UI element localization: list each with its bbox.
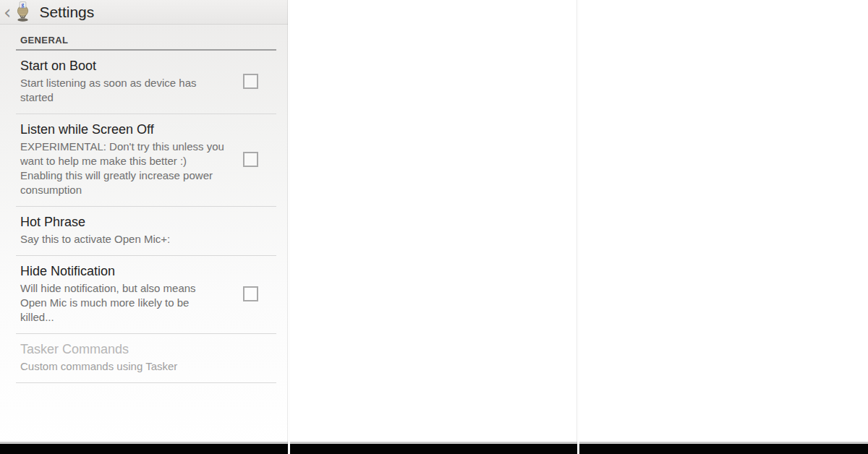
hide-notification-checkbox[interactable] — [243, 286, 258, 301]
panel-separator — [288, 0, 290, 454]
setting-texts: Start on Boot Start listening as soon as… — [20, 58, 236, 105]
setting-texts: Tasker Commands Custom commands using Ta… — [20, 341, 276, 374]
setting-row-start-on-boot[interactable]: Start on Boot Start listening as soon as… — [16, 51, 276, 114]
settings-list: GENERAL Start on Boot Start listening as… — [16, 24, 276, 383]
setting-description: Say this to activate Open Mic+: — [20, 232, 224, 247]
setting-description: Will hide notification, but also means O… — [20, 281, 224, 325]
setting-texts: Listen while Screen Off EXPERIMENTAL: Do… — [20, 121, 236, 197]
settings-page-title: Settings — [39, 4, 94, 21]
setting-title: Start on Boot — [20, 58, 236, 74]
setting-title: Hot Phrase — [20, 214, 276, 230]
panel-separator — [577, 0, 579, 454]
setting-row-listen-screen-off[interactable]: Listen while Screen Off EXPERIMENTAL: Do… — [16, 114, 276, 207]
setting-description: Start listening as soon as device has st… — [20, 76, 224, 105]
app-logo-mic-icon[interactable] — [15, 1, 30, 22]
start-on-boot-checkbox[interactable] — [243, 74, 258, 89]
settings-app-bar: ‹ Settings — [0, 0, 289, 25]
setting-description: EXPERIMENTAL: Don't try this unless you … — [20, 140, 224, 197]
android-nav-bar — [0, 444, 868, 454]
setting-title: Hide Notification — [20, 263, 236, 279]
section-header-general: GENERAL — [16, 24, 276, 51]
back-chevron-icon[interactable]: ‹ — [4, 3, 11, 22]
setting-texts: Hot Phrase Say this to activate Open Mic… — [20, 214, 276, 247]
setting-description: Custom commands using Tasker — [20, 359, 224, 374]
setting-row-hide-notification[interactable]: Hide Notification Will hide notification… — [16, 256, 276, 334]
setting-title: Listen while Screen Off — [20, 121, 236, 137]
setting-row-hot-phrase[interactable]: Hot Phrase Say this to activate Open Mic… — [16, 207, 276, 256]
panel-settings-screen: ‹ Settings GENERAL Start on Boot Start l… — [0, 0, 289, 454]
setting-title: Tasker Commands — [20, 341, 276, 357]
listen-screen-off-checkbox[interactable] — [243, 152, 258, 167]
setting-texts: Hide Notification Will hide notification… — [20, 263, 236, 325]
setting-row-tasker-commands: Tasker Commands Custom commands using Ta… — [16, 334, 276, 383]
